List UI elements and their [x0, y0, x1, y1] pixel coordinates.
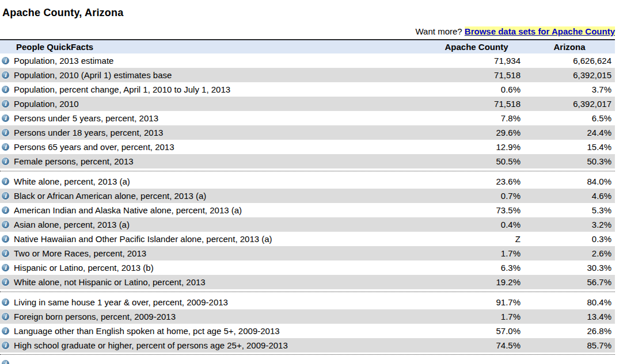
info-icon[interactable]: i: [2, 206, 9, 214]
info-icon[interactable]: i: [2, 114, 9, 122]
info-icon-cell: i: [0, 342, 14, 349]
table-row: i Living in same house 1 year & over, pe…: [0, 295, 615, 309]
row-value-apache-county: 74.5%: [429, 340, 524, 350]
info-icon-cell: i: [0, 250, 14, 257]
table-row: i White alone, percent, 2013 (a) 23.6% 8…: [0, 174, 615, 189]
info-icon[interactable]: i: [2, 143, 9, 151]
info-icon-cell: i: [0, 235, 14, 243]
info-icon-cell: i: [0, 178, 14, 185]
table-row: i Persons under 18 years, percent, 2013 …: [0, 125, 615, 140]
row-value-apache-county: 0.4%: [429, 220, 524, 229]
info-icon[interactable]: i: [2, 86, 9, 93]
table-row: i Persons under 5 years, percent, 2013 7…: [0, 111, 615, 125]
row-label: Living in same house 1 year & over, perc…: [14, 297, 429, 307]
info-icon[interactable]: i: [2, 158, 9, 165]
info-icon[interactable]: i: [2, 71, 9, 79]
row-label: Persons 65 years and over, percent, 2013: [14, 142, 429, 152]
table-row: i Hispanic or Latino, percent, 2013 (b) …: [0, 260, 615, 275]
info-icon-cell: i: [0, 158, 14, 165]
row-label: Persons under 5 years, percent, 2013: [14, 113, 429, 123]
table-header-arizona: Arizona: [524, 42, 615, 52]
info-icon[interactable]: i: [2, 313, 9, 320]
quickfacts-table: People QuickFacts Apache County Arizona …: [0, 39, 615, 364]
row-value-apache-county: 29.6%: [429, 128, 524, 137]
table-row: i White alone, not Hispanic or Latino, p…: [0, 275, 615, 289]
info-icon[interactable]: i: [2, 360, 9, 364]
info-icon[interactable]: i: [2, 298, 9, 306]
row-value-apache-county: 19.2%: [429, 277, 524, 287]
info-icon-cell: i: [0, 264, 14, 271]
row-value-apache-county: 1.7%: [429, 248, 524, 258]
row-value-arizona: 80.4%: [524, 297, 615, 307]
row-value-arizona: 0.3%: [524, 234, 615, 244]
row-label: White alone, percent, 2013 (a): [14, 177, 429, 186]
row-label: Female persons, percent, 2013: [14, 156, 429, 166]
row-value-apache-county: 12.9%: [429, 142, 524, 152]
info-icon-cell: i: [0, 206, 14, 214]
info-icon-cell: i: [0, 100, 14, 108]
info-icon-cell: i: [0, 278, 14, 286]
row-label: Asian alone, percent, 2013 (a): [14, 220, 429, 229]
table-row: i Language other than English spoken at …: [0, 324, 615, 338]
row-value-apache-county: Z: [429, 234, 524, 244]
info-icon-cell: i: [0, 143, 14, 151]
section-divider: [0, 168, 615, 174]
info-icon[interactable]: i: [2, 250, 9, 257]
row-label: Population, 2013 estimate: [14, 56, 429, 66]
want-more-text: Want more?: [416, 26, 465, 36]
row-value-apache-county: 0.7%: [429, 191, 524, 201]
row-label: White alone, not Hispanic or Latino, per…: [14, 277, 429, 287]
info-icon-cell: i: [0, 360, 14, 364]
info-icon[interactable]: i: [2, 221, 9, 228]
table-row: i Asian alone, percent, 2013 (a) 0.4% 3.…: [0, 217, 615, 232]
row-label: Population, 2010: [14, 99, 429, 109]
row-value-arizona: 15.4%: [524, 142, 615, 152]
info-icon-cell: i: [0, 298, 14, 306]
info-icon[interactable]: i: [2, 192, 9, 200]
table-row: i Two or More Races, percent, 2013 1.7% …: [0, 246, 615, 260]
info-icon-cell: i: [0, 221, 14, 228]
want-more-bar: Want more? Browse data sets for Apache C…: [0, 26, 615, 39]
browse-datasets-link[interactable]: Browse data sets for Apache County: [465, 26, 615, 36]
table-body: i Population, 2013 estimate 71,934 6,626…: [0, 53, 615, 352]
info-icon-cell: i: [0, 86, 14, 93]
info-icon[interactable]: i: [2, 342, 9, 349]
info-icon[interactable]: i: [2, 278, 9, 286]
table-row: i High school graduate or higher, percen…: [0, 338, 615, 352]
row-value-apache-county: 57.0%: [429, 326, 524, 336]
row-label: Black or African American alone, percent…: [14, 191, 429, 201]
row-value-arizona: 13.4%: [524, 312, 615, 321]
row-value-apache-county: 50.5%: [429, 156, 524, 166]
info-icon[interactable]: i: [2, 57, 9, 64]
row-value-arizona: 2.6%: [524, 248, 615, 258]
info-icon[interactable]: i: [2, 129, 9, 136]
row-value-apache-county: 73.5%: [429, 205, 524, 215]
info-icon[interactable]: i: [2, 327, 9, 335]
table-header-apache-county: Apache County: [429, 42, 524, 52]
row-value-apache-county: 71,518: [429, 99, 524, 109]
info-icon-cell: i: [0, 192, 14, 200]
row-value-arizona: 3.7%: [524, 85, 615, 94]
row-value-apache-county: 91.7%: [429, 297, 524, 307]
info-icon-cell: i: [0, 129, 14, 136]
table-row: i Population, 2010 (April 1) estimates b…: [0, 68, 615, 82]
row-value-arizona: 24.4%: [524, 128, 615, 137]
section-divider: [0, 352, 615, 357]
dotted-divider-line: [0, 171, 615, 171]
table-row: i Population, 2013 estimate 71,934 6,626…: [0, 53, 615, 68]
info-icon[interactable]: i: [2, 100, 9, 108]
row-value-apache-county: 7.8%: [429, 113, 524, 123]
info-icon[interactable]: i: [2, 178, 9, 185]
row-value-arizona: 5.3%: [524, 205, 615, 215]
table-header-people-quickfacts: People QuickFacts: [0, 42, 429, 52]
row-value-apache-county: 1.7%: [429, 312, 524, 321]
row-label: Native Hawaiian and Other Pacific Island…: [14, 234, 429, 244]
info-icon[interactable]: i: [2, 235, 9, 243]
row-label: Hispanic or Latino, percent, 2013 (b): [14, 263, 429, 273]
row-value-arizona: 6.5%: [524, 113, 615, 123]
row-value-arizona: 6,392,017: [524, 99, 615, 109]
row-value-arizona: 84.0%: [524, 177, 615, 186]
info-icon[interactable]: i: [2, 264, 9, 271]
row-value-apache-county: 71,934: [429, 56, 524, 66]
page-title: Apache County, Arizona: [0, 0, 623, 19]
